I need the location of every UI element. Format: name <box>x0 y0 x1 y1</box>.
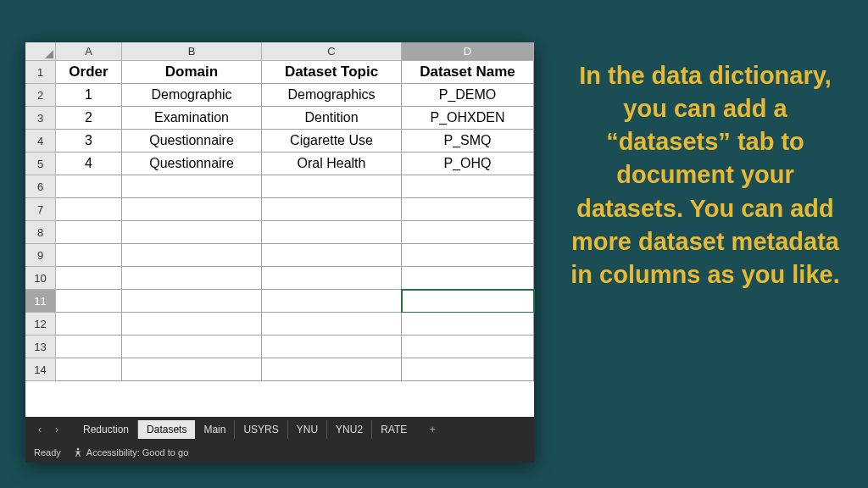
cell[interactable]: Dentition <box>262 107 402 130</box>
cell[interactable] <box>56 358 122 381</box>
cell[interactable]: Dataset Name <box>402 61 534 84</box>
row-header[interactable]: 3 <box>25 107 56 130</box>
column-header-B[interactable]: B <box>122 42 262 61</box>
row-header[interactable]: 7 <box>25 198 56 221</box>
cell[interactable]: Examination <box>122 107 262 130</box>
cell[interactable] <box>262 221 402 244</box>
cell[interactable] <box>56 198 122 221</box>
cell[interactable] <box>122 313 262 336</box>
row-header[interactable]: 11 <box>25 290 56 313</box>
cell[interactable] <box>56 175 122 198</box>
cell[interactable]: P_OHQ <box>402 152 534 175</box>
row-header[interactable]: 10 <box>25 267 56 290</box>
table-row: 54QuestionnaireOral HealthP_OHQ <box>25 152 534 175</box>
table-row: 13 <box>25 336 534 358</box>
status-accessibility-label: Accessibility: Good to go <box>86 447 188 458</box>
column-header-A[interactable]: A <box>56 42 122 61</box>
cell[interactable]: Dataset Topic <box>262 61 402 84</box>
cell[interactable] <box>402 198 534 221</box>
row-header[interactable]: 12 <box>25 313 56 336</box>
sheet-tab-ynu2[interactable]: YNU2 <box>327 420 372 439</box>
cell[interactable] <box>56 290 122 313</box>
cell[interactable]: Questionnaire <box>122 152 262 175</box>
sheet-tab-rate[interactable]: RATE <box>372 420 415 439</box>
cell[interactable] <box>56 313 122 336</box>
cell[interactable] <box>262 175 402 198</box>
cell[interactable] <box>402 358 534 381</box>
cell[interactable] <box>262 198 402 221</box>
sheet-tab-strip: ‹ › ReductionDatasetsMainUSYRSYNUYNU2RAT… <box>25 417 534 442</box>
cell[interactable]: Order <box>56 61 122 84</box>
table-row: 6 <box>25 175 534 198</box>
cell[interactable] <box>122 221 262 244</box>
row-header[interactable]: 5 <box>25 152 56 175</box>
row-header[interactable]: 4 <box>25 130 56 152</box>
row-header[interactable]: 13 <box>25 336 56 358</box>
cell[interactable] <box>262 267 402 290</box>
cell[interactable] <box>122 336 262 358</box>
row-header[interactable]: 2 <box>25 84 56 107</box>
cell[interactable] <box>122 175 262 198</box>
column-header-D[interactable]: D <box>402 42 534 61</box>
cell[interactable]: P_DEMO <box>402 84 534 107</box>
column-header-row: A B C D <box>25 42 534 61</box>
rows-container: 1OrderDomainDataset TopicDataset Name21D… <box>25 61 534 381</box>
cell[interactable] <box>402 267 534 290</box>
sheet-tab-reduction[interactable]: Reduction <box>75 420 138 439</box>
cell[interactable] <box>122 244 262 267</box>
row-header[interactable]: 9 <box>25 244 56 267</box>
table-row: 21DemographicDemographicsP_DEMO <box>25 84 534 107</box>
cell[interactable]: Demographics <box>262 84 402 107</box>
cell[interactable] <box>402 244 534 267</box>
tab-nav-prev[interactable]: ‹ <box>32 424 47 435</box>
cell[interactable] <box>402 221 534 244</box>
row-header[interactable]: 8 <box>25 221 56 244</box>
sheet-tab-ynu[interactable]: YNU <box>288 420 327 439</box>
cell[interactable] <box>402 290 534 313</box>
svg-point-0 <box>77 448 80 451</box>
cell[interactable]: 2 <box>56 107 122 130</box>
select-all-corner[interactable] <box>25 42 56 61</box>
cell[interactable] <box>262 358 402 381</box>
accessibility-icon <box>73 447 83 458</box>
cell[interactable] <box>262 313 402 336</box>
cell[interactable] <box>56 244 122 267</box>
cell[interactable]: 4 <box>56 152 122 175</box>
cell[interactable]: P_SMQ <box>402 130 534 152</box>
cell[interactable] <box>122 267 262 290</box>
cell[interactable] <box>262 244 402 267</box>
cell[interactable] <box>122 358 262 381</box>
cell[interactable] <box>262 290 402 313</box>
cell[interactable]: P_OHXDEN <box>402 107 534 130</box>
sheet-tab-usyrs[interactable]: USYRS <box>235 420 287 439</box>
row-header[interactable]: 1 <box>25 61 56 84</box>
cell[interactable] <box>56 221 122 244</box>
cell[interactable] <box>56 336 122 358</box>
add-sheet-button[interactable]: + <box>422 424 442 435</box>
cell[interactable] <box>122 290 262 313</box>
cell[interactable]: Demographic <box>122 84 262 107</box>
cell[interactable]: 1 <box>56 84 122 107</box>
table-row: 9 <box>25 244 534 267</box>
cell[interactable] <box>402 336 534 358</box>
cell[interactable] <box>402 313 534 336</box>
table-row: 14 <box>25 358 534 381</box>
tab-nav-next[interactable]: › <box>49 424 64 435</box>
cell[interactable]: Oral Health <box>262 152 402 175</box>
cell[interactable] <box>402 175 534 198</box>
cell[interactable] <box>56 267 122 290</box>
status-bar: Ready Accessibility: Good to go <box>25 442 534 463</box>
cell[interactable]: 3 <box>56 130 122 152</box>
cell[interactable]: Domain <box>122 61 262 84</box>
sheet-tab-datasets[interactable]: Datasets <box>138 420 195 439</box>
column-header-C[interactable]: C <box>262 42 402 61</box>
sheet-tab-main[interactable]: Main <box>195 420 235 439</box>
cell[interactable] <box>262 336 402 358</box>
cell[interactable]: Cigarette Use <box>262 130 402 152</box>
callout-panel: In the data dictionary, you can add a “d… <box>568 42 843 463</box>
status-accessibility[interactable]: Accessibility: Good to go <box>73 447 188 458</box>
cell[interactable] <box>122 198 262 221</box>
row-header[interactable]: 14 <box>25 358 56 381</box>
cell[interactable]: Questionnaire <box>122 130 262 152</box>
row-header[interactable]: 6 <box>25 175 56 198</box>
